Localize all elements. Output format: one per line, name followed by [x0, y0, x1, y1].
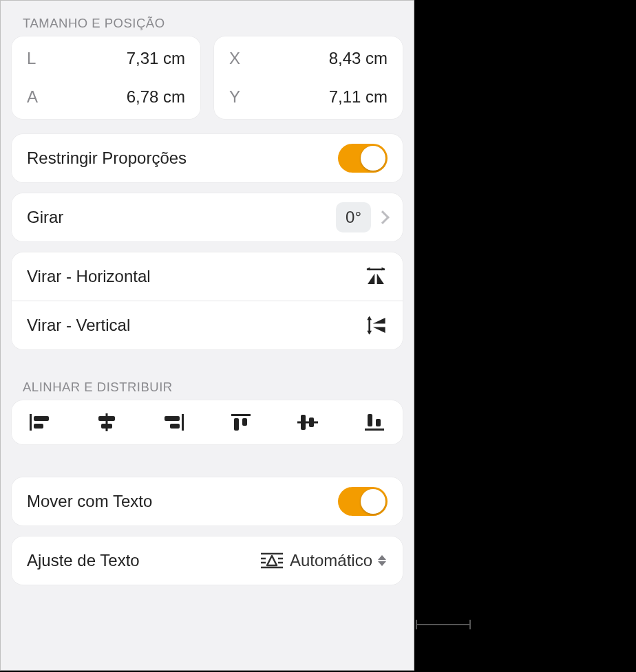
flip-horizontal-label: Virar - Horizontal	[27, 267, 151, 286]
svg-marker-3	[368, 274, 374, 284]
svg-rect-20	[234, 418, 239, 431]
size-card: L 7,31 cm A 6,78 cm	[12, 36, 200, 119]
align-right-icon	[161, 412, 186, 433]
svg-marker-7	[367, 331, 372, 335]
align-bottom-button[interactable]	[359, 410, 390, 435]
width-label: L	[27, 49, 36, 68]
svg-rect-22	[297, 422, 318, 424]
y-field[interactable]: Y 7,11 cm	[214, 78, 403, 116]
callout-line	[416, 624, 471, 625]
text-wrap-label: Ajuste de Texto	[27, 551, 140, 570]
align-top-icon	[229, 412, 253, 433]
flip-horizontal-icon	[364, 266, 388, 287]
constrain-label: Restringir Proporções	[27, 149, 187, 168]
svg-rect-13	[106, 413, 108, 431]
chevron-right-icon	[376, 210, 390, 224]
align-right-button[interactable]	[158, 410, 189, 435]
width-value: 7,31 cm	[127, 49, 185, 68]
rotate-row[interactable]: Girar 0°	[12, 193, 403, 241]
align-left-button[interactable]	[24, 410, 56, 435]
constrain-switch[interactable]	[338, 144, 388, 173]
svg-rect-24	[309, 418, 314, 427]
svg-marker-6	[367, 316, 372, 320]
rotate-label: Girar	[27, 208, 63, 227]
flip-vertical-label: Virar - Vertical	[27, 316, 130, 335]
position-card: X 8,43 cm Y 7,11 cm	[214, 36, 403, 119]
svg-rect-17	[165, 416, 180, 421]
y-label: Y	[229, 87, 240, 107]
svg-rect-18	[170, 424, 180, 429]
flip-vertical-row[interactable]: Virar - Vertical	[12, 301, 403, 349]
x-field[interactable]: X 8,43 cm	[214, 39, 403, 78]
text-wrap-row[interactable]: Ajuste de Texto Automático	[12, 536, 403, 585]
svg-marker-4	[377, 274, 384, 284]
svg-rect-11	[34, 416, 49, 421]
text-wrap-icon	[259, 552, 284, 570]
text-wrap-value: Automático	[290, 551, 372, 570]
align-middle-icon	[295, 412, 320, 433]
svg-rect-19	[231, 414, 251, 416]
constrain-row: Restringir Proporções	[12, 134, 403, 182]
move-with-text-label: Mover com Texto	[27, 492, 152, 511]
svg-rect-26	[368, 414, 372, 426]
height-value: 6,78 cm	[127, 87, 185, 107]
x-value: 8,43 cm	[329, 49, 388, 68]
height-field[interactable]: A 6,78 cm	[12, 78, 200, 116]
svg-marker-34	[267, 556, 277, 565]
flip-horizontal-row[interactable]: Virar - Horizontal	[12, 252, 403, 301]
svg-rect-27	[376, 419, 381, 426]
align-left-icon	[28, 412, 52, 433]
svg-rect-23	[301, 415, 306, 430]
move-with-text-row: Mover com Texto	[12, 477, 403, 525]
svg-marker-9	[373, 327, 385, 334]
height-label: A	[27, 87, 38, 107]
y-value: 7,11 cm	[329, 87, 388, 107]
svg-rect-21	[242, 418, 247, 426]
move-with-text-switch[interactable]	[338, 487, 388, 516]
svg-marker-8	[373, 318, 385, 324]
flip-vertical-icon	[364, 315, 388, 336]
align-distribute-header: ALINHAR E DISTRIBUIR	[12, 365, 403, 400]
svg-rect-16	[182, 414, 184, 431]
align-top-button[interactable]	[225, 410, 257, 435]
align-middle-button[interactable]	[292, 410, 324, 435]
svg-rect-12	[34, 424, 43, 429]
width-field[interactable]: L 7,31 cm	[12, 39, 200, 78]
size-position-header: TAMANHO E POSIÇÃO	[12, 1, 403, 36]
align-center-button[interactable]	[91, 410, 123, 435]
svg-rect-15	[101, 424, 112, 429]
popup-arrows-icon	[378, 553, 388, 568]
svg-rect-14	[98, 416, 115, 421]
svg-rect-25	[365, 429, 384, 431]
x-label: X	[229, 49, 240, 68]
align-bottom-icon	[362, 412, 387, 433]
svg-rect-10	[30, 414, 32, 431]
align-center-icon	[94, 412, 119, 433]
rotate-value[interactable]: 0°	[336, 202, 371, 232]
